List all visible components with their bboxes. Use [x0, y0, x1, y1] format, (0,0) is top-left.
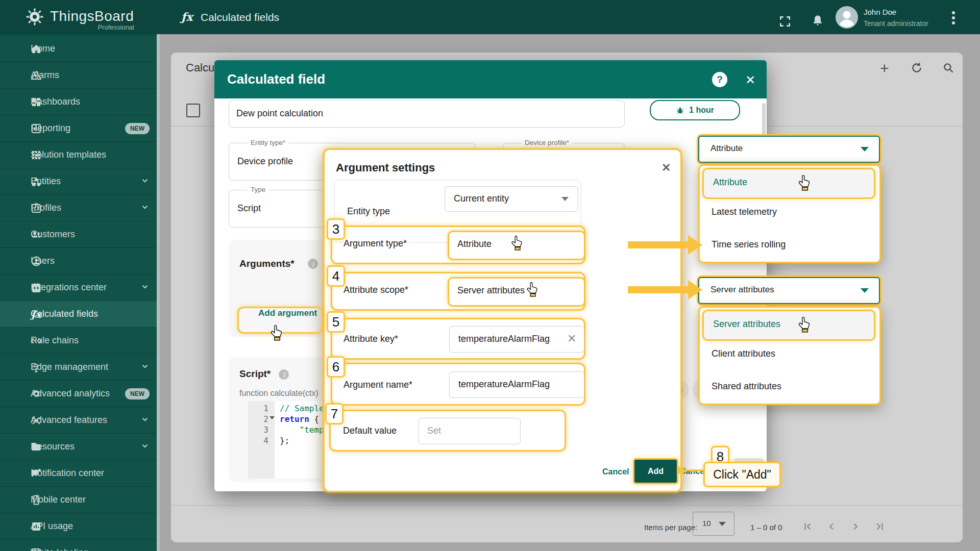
code-line: // Sample	[280, 404, 324, 413]
sidebar-item-home[interactable]: Home	[0, 35, 157, 62]
step-badge-6: 6	[327, 356, 345, 378]
sidebar-item-api-usage[interactable]: API usage	[0, 513, 157, 539]
dialog-close-icon[interactable]: ✕	[662, 161, 671, 174]
script-label: Script*	[239, 368, 271, 380]
function-signature: function calculate(ctx)	[239, 389, 318, 398]
person-icon	[30, 255, 43, 268]
refresh-icon[interactable]	[910, 61, 923, 77]
highlight-default-value-row: Default value Set	[329, 410, 566, 452]
hand-cursor-icon	[527, 282, 539, 299]
new-badge: NEW	[125, 123, 150, 134]
avatar[interactable]	[836, 6, 858, 31]
sidebar-item-dashboards[interactable]: Dashboards	[0, 88, 157, 115]
folder-icon	[30, 440, 43, 454]
grid-icon	[30, 148, 43, 162]
argument-name-input[interactable]: temperatureAlarmFlag	[449, 371, 584, 398]
option-latest-telemetry[interactable]: Latest telemetry	[712, 207, 777, 217]
highlight-attribute-scope-row: Attribute scope* Server attributes	[331, 272, 585, 311]
step-badge-3: 3	[327, 218, 345, 240]
sidebar-item-rule-chains[interactable]: Rule chains	[0, 327, 157, 354]
dialog-cancel-button[interactable]: Cancel	[602, 467, 629, 477]
modal-title: Calculated field	[227, 71, 325, 87]
last-page-icon[interactable]	[874, 521, 885, 534]
chevron-down-icon	[719, 522, 726, 526]
search-icon[interactable]	[942, 61, 955, 77]
code-fold-icon[interactable]	[270, 416, 275, 419]
sidebar-item-advanced-analytics[interactable]: Advanced analytics NEW	[0, 380, 157, 407]
new-badge: NEW	[125, 388, 150, 399]
sidebar-item-white-labeling[interactable]: White labeling	[0, 539, 157, 551]
attribute-key-input[interactable]: temperatureAlarmFlag ✕	[449, 326, 584, 353]
option-time-series-rolling[interactable]: Time series rolling	[712, 239, 786, 250]
hand-cursor-icon	[798, 174, 812, 193]
default-value-input[interactable]: Set	[419, 418, 521, 444]
sidebar-scrollbar[interactable]	[157, 34, 160, 551]
chevron-down-icon	[140, 203, 150, 214]
chevron-down-icon	[140, 362, 150, 373]
sidebar-item-edge-management[interactable]: Edge management	[0, 354, 157, 380]
chart-icon	[30, 520, 43, 533]
sidebar-item-customers[interactable]: Customers	[0, 221, 157, 247]
help-icon[interactable]: ?	[712, 72, 727, 87]
chevron-down-icon	[140, 176, 150, 187]
chevron-down-icon	[140, 441, 150, 453]
antenna-icon	[30, 361, 43, 374]
chevron-down-icon	[561, 197, 569, 201]
sidebar-item-alarms[interactable]: Alarms	[0, 62, 157, 88]
argument-type-select[interactable]: Attribute	[448, 231, 585, 260]
prev-page-icon[interactable]	[826, 521, 837, 534]
paint-icon	[30, 546, 43, 551]
select-all-checkbox[interactable]	[186, 104, 200, 117]
option-server-attributes[interactable]: Server attributes	[702, 310, 875, 341]
first-page-icon[interactable]	[802, 521, 814, 534]
close-icon[interactable]: ✕	[745, 73, 755, 87]
kebab-menu-icon[interactable]	[951, 11, 955, 28]
fx-icon: ƒx	[30, 308, 43, 321]
chevron-down-icon	[140, 282, 150, 293]
sidebar-item-profiles[interactable]: Profiles	[0, 194, 157, 221]
entity-type-select[interactable]: Current entity	[445, 186, 578, 212]
sidebar-item-mobile-center[interactable]: Mobile center	[0, 486, 157, 513]
option-attribute[interactable]: Attribute	[702, 168, 875, 199]
reporting-icon	[30, 122, 43, 135]
argument-type-combo[interactable]: Attribute	[698, 136, 880, 163]
people-icon	[30, 228, 43, 241]
sidebar-item-advanced-features[interactable]: Advanced features	[0, 407, 157, 433]
clear-icon[interactable]: ✕	[567, 332, 576, 345]
page-size-select[interactable]: 10	[693, 512, 734, 536]
attribute-scope-combo[interactable]: Server attributes	[698, 277, 880, 304]
next-page-icon[interactable]	[850, 521, 861, 534]
dialog-add-button[interactable]: Add	[633, 458, 678, 484]
attribute-scope-select[interactable]: Server attributes	[448, 277, 585, 307]
argument-settings-dialog: Argument settings ✕ Entity type Current …	[323, 148, 682, 492]
fx-icon: ƒx	[181, 10, 193, 23]
notifications-bell-icon[interactable]	[811, 13, 825, 31]
option-shared-attributes[interactable]: Shared attributes	[712, 381, 781, 392]
sidebar-item-entities[interactable]: Entities	[0, 168, 157, 194]
highlight-argument-type-row: Argument type* Attribute	[331, 226, 585, 264]
code-line: return {	[280, 414, 319, 424]
notification-icon	[30, 467, 43, 480]
hand-cursor-icon	[271, 324, 284, 343]
sidebar-item-notification-center[interactable]: Notification center	[0, 460, 157, 486]
debug-mode-button[interactable]: 1 hour	[650, 100, 740, 120]
fullscreen-icon[interactable]	[778, 15, 792, 30]
connector-line	[684, 469, 704, 471]
user-role: Tenant administrator	[864, 19, 928, 28]
id-card-icon	[30, 202, 43, 215]
connector-dot	[677, 467, 684, 474]
option-client-attributes[interactable]: Client attributes	[712, 348, 775, 359]
sidebar-item-integrations-center[interactable]: Integrations center	[0, 274, 157, 300]
argument-type-listbox: Attribute Latest telemetry Time series r…	[698, 164, 881, 263]
sidebar-item-resources[interactable]: Resources	[0, 433, 157, 460]
name-input[interactable]: Dew point calculation	[229, 100, 625, 128]
sidebar-item-calculated-fields[interactable]: ƒx Calculated fields	[0, 300, 157, 327]
step-badge-4: 4	[327, 265, 345, 287]
thingsboard-logo-icon	[23, 6, 46, 30]
sidebar-item-solution-templates[interactable]: Solution templates	[0, 141, 157, 168]
logo-subtitle: Professional	[50, 23, 134, 31]
sidebar-item-users[interactable]: Users	[0, 247, 157, 274]
add-icon[interactable]: +	[880, 60, 889, 77]
highlight-argument-name-row: Argument name* temperatureAlarmFlag	[331, 363, 585, 406]
sidebar-item-reporting[interactable]: Reporting NEW	[0, 115, 157, 141]
